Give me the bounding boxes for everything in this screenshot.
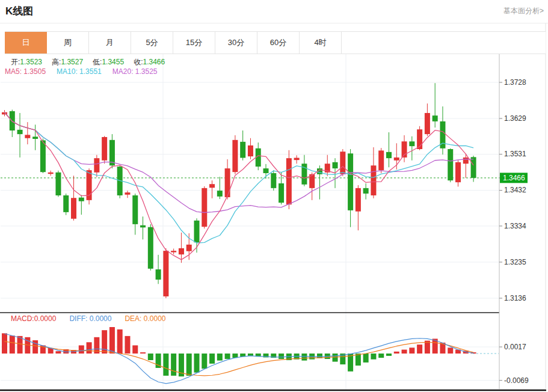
ma20-line [5, 112, 474, 213]
svg-text:0.0017: 0.0017 [504, 343, 526, 351]
ma5-line [5, 112, 474, 260]
svg-text:1.3432: 1.3432 [504, 186, 526, 194]
ohlc-readout: 开:1.3523 高:1.3527 低:1.3455 收:1.3466 [11, 57, 165, 67]
dea-line [5, 341, 474, 376]
header-divider [0, 23, 548, 23]
current-price-badge: 1.3466 [500, 173, 528, 183]
tab-month[interactable]: 月 [89, 32, 131, 54]
page-title: K线图 [5, 4, 33, 18]
interval-tabbar: 日 周 月 5分 15分 30分 60分 4时 [5, 31, 546, 54]
tab-day[interactable]: 日 [5, 32, 47, 54]
tab-15min[interactable]: 15分 [173, 32, 215, 54]
candles [2, 83, 476, 298]
tabbar-filler [342, 32, 546, 54]
fundamental-analysis-link[interactable]: 基本面分析> [503, 6, 544, 16]
diff-value-readout: DIFF: 0.0000 [69, 314, 111, 323]
tab-60min[interactable]: 60分 [257, 32, 300, 54]
ma10-readout: MA10: 1.3551 [57, 67, 102, 76]
tab-4hour[interactable]: 4时 [300, 32, 342, 54]
macd-value-readout: MACD:0.0000 [11, 314, 56, 323]
high-readout: 高:1.3527 [52, 57, 83, 67]
open-readout: 开:1.3523 [11, 57, 42, 67]
svg-text:1.3136: 1.3136 [504, 294, 526, 302]
svg-text:1.3629: 1.3629 [504, 114, 526, 123]
ma-readout: MA5: 1.3505 MA10: 1.3551 MA20: 1.3525 [5, 67, 158, 76]
tab-30min[interactable]: 30分 [215, 32, 257, 54]
ma5-readout: MA5: 1.3505 [5, 67, 46, 76]
macd-readout: MACD:0.0000 DIFF: 0.0000 DEA: 0.0000 [11, 314, 165, 323]
price-axis-labels: 1.37281.36291.35311.34321.33341.32351.31… [499, 78, 529, 385]
svg-text:1.3334: 1.3334 [504, 222, 526, 230]
tab-week[interactable]: 周 [47, 32, 89, 54]
diff-line [5, 334, 474, 384]
svg-text:1.3235: 1.3235 [504, 258, 526, 266]
tab-5min[interactable]: 5分 [131, 32, 173, 54]
low-readout: 低:1.3455 [93, 57, 124, 67]
svg-text:1.3466: 1.3466 [503, 174, 525, 182]
grid-lines [1, 54, 499, 390]
close-readout: 收:1.3466 [134, 57, 165, 67]
dea-value-readout: DEA: 0.0000 [125, 314, 165, 323]
svg-text:1.3728: 1.3728 [504, 78, 526, 87]
page-header: K线图 基本面分析> [0, 0, 548, 23]
svg-text:-0.0069: -0.0069 [504, 376, 529, 385]
ma20-readout: MA20: 1.3525 [112, 67, 158, 76]
svg-text:1.3531: 1.3531 [504, 150, 526, 158]
